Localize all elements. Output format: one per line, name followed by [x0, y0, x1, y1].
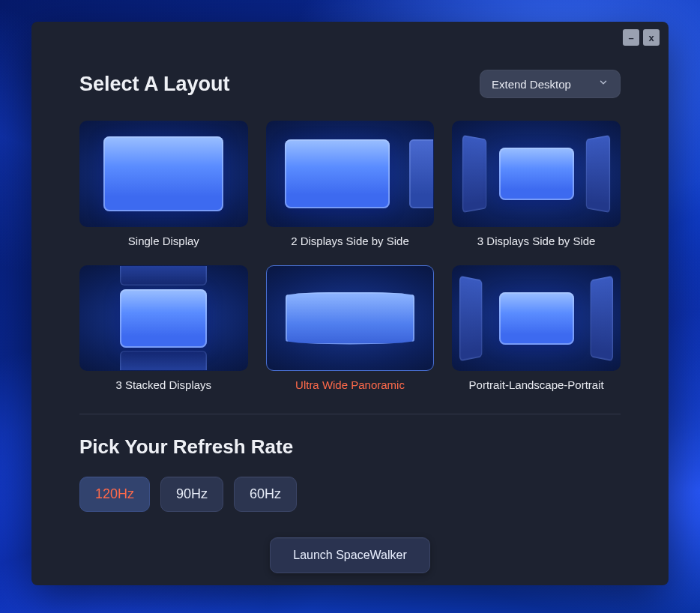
monitor-icon: [462, 135, 486, 213]
layout-thumbnail: [266, 265, 435, 372]
monitor-icon: [103, 136, 223, 211]
minimize-icon: –: [628, 32, 633, 43]
layout-label: Portrait-Landscape-Portrait: [452, 378, 621, 391]
close-icon: x: [648, 32, 654, 43]
monitor-icon: [120, 265, 207, 286]
monitor-icon: [120, 351, 207, 371]
display-mode-selected-label: Extend Desktop: [492, 78, 571, 91]
layout-thumbnail: [79, 265, 248, 372]
chevron-down-icon: [598, 77, 609, 91]
layout-thumbnail: [79, 121, 248, 227]
monitor-icon: [285, 139, 390, 208]
monitor-icon: [409, 139, 434, 208]
layout-thumbnail: [452, 121, 621, 227]
refresh-rate-title: Pick Your Refresh Rate: [79, 435, 621, 459]
display-mode-dropdown[interactable]: Extend Desktop: [480, 70, 621, 98]
layout-label: 3 Stacked Displays: [79, 378, 248, 391]
layout-option-2-side-by-side[interactable]: 2 Displays Side by Side: [266, 121, 435, 247]
layout-label: 3 Displays Side by Side: [452, 235, 621, 247]
layout-thumbnail: [266, 121, 435, 227]
layout-option-3-side-by-side[interactable]: 3 Displays Side by Side: [452, 121, 621, 247]
close-button[interactable]: x: [643, 29, 660, 46]
monitor-icon: [591, 275, 613, 360]
refresh-rate-60[interactable]: 60Hz: [234, 477, 297, 512]
monitor-icon: [499, 292, 574, 345]
launch-button[interactable]: Launch SpaceWalker: [270, 537, 430, 573]
monitor-icon: [286, 292, 414, 345]
monitor-icon: [459, 275, 482, 360]
layout-grid: Single Display 2 Displays Side by Side 3…: [79, 121, 621, 391]
refresh-rate-120[interactable]: 120Hz: [79, 477, 150, 512]
layout-option-ultra-wide[interactable]: Ultra Wide Panoramic: [266, 265, 435, 392]
monitor-icon: [120, 289, 207, 348]
monitor-icon: [586, 135, 610, 213]
layout-option-portrait-landscape-portrait[interactable]: Portrait-Landscape-Portrait: [452, 265, 621, 392]
window-controls: – x: [623, 29, 660, 46]
layout-label: Ultra Wide Panoramic: [266, 378, 435, 391]
layout-option-3-stacked[interactable]: 3 Stacked Displays: [79, 265, 248, 392]
layout-label: Single Display: [79, 235, 248, 247]
section-divider: [79, 414, 621, 414]
layout-label: 2 Displays Side by Side: [266, 235, 435, 247]
minimize-button[interactable]: –: [623, 29, 639, 46]
refresh-rate-options: 120Hz 90Hz 60Hz: [79, 477, 621, 512]
monitor-icon: [499, 148, 574, 200]
layout-thumbnail: [452, 265, 621, 372]
layout-option-single-display[interactable]: Single Display: [79, 121, 248, 247]
refresh-rate-90[interactable]: 90Hz: [160, 477, 223, 512]
page-title: Select A Layout: [79, 73, 230, 96]
layout-picker-window: – x Select A Layout Extend Desktop Singl…: [31, 22, 669, 585]
